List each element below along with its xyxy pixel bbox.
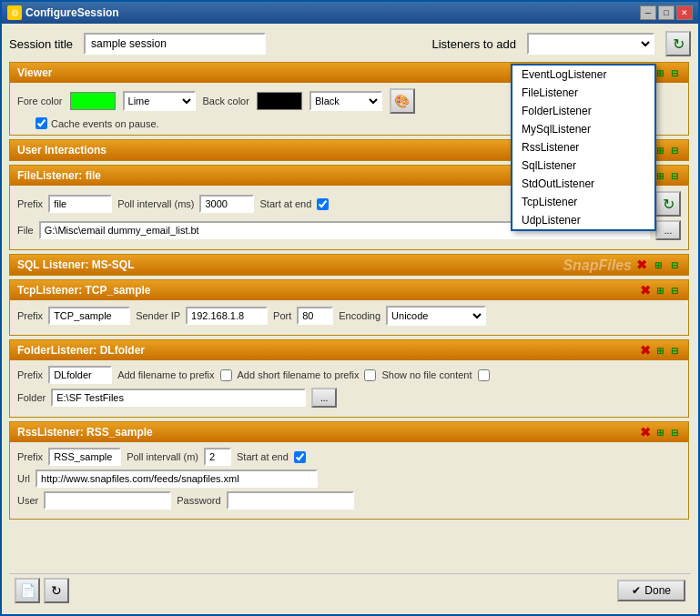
- close-button[interactable]: ✕: [676, 5, 693, 20]
- fl2-folder-label: Folder: [17, 392, 46, 403]
- rss-listener-controls: ✖ ⊞ ⊟: [639, 426, 681, 439]
- fl2-folder-input[interactable]: [51, 389, 306, 407]
- add-listener-button[interactable]: ↻: [665, 31, 691, 56]
- fl-browse-button[interactable]: ...: [655, 220, 681, 240]
- folder-listener-delete-icon[interactable]: ✖: [639, 344, 652, 357]
- dropdown-item-folder[interactable]: FolderListener: [512, 102, 654, 120]
- folder-listener-row1: Prefix Add filename to prefix Add short …: [17, 366, 681, 384]
- tcp-prefix-label: Prefix: [17, 310, 43, 321]
- fl-start-checkbox[interactable]: [317, 198, 329, 210]
- fl2-show-no-file-checkbox[interactable]: [478, 369, 490, 381]
- bottom-icon-btn-1[interactable]: 📄: [15, 578, 40, 603]
- fl-poll-label: Poll intervall (ms): [117, 198, 194, 209]
- bottom-left-buttons: 📄 ↻: [15, 578, 69, 603]
- dropdown-item-mysql[interactable]: MySqlListener: [512, 120, 654, 138]
- rss-password-input[interactable]: [227, 491, 354, 510]
- minimize-button[interactable]: ─: [640, 5, 656, 20]
- sql-listener-collapse-icon[interactable]: ⊟: [668, 258, 681, 271]
- fl-file-label: File: [17, 225, 34, 236]
- sql-listener-header: SQL Listener: MS-SQL SnapFiles ✖ ⊞ ⊟: [10, 255, 688, 275]
- tcp-sender-ip-input[interactable]: [186, 307, 268, 325]
- dropdown-item-sql[interactable]: SqlListener: [512, 157, 654, 175]
- dropdown-item-tcp[interactable]: TcpListener: [512, 193, 654, 211]
- folder-listener-section: FolderListener: DLfolder ✖ ⊞ ⊟ Prefix Ad…: [9, 339, 689, 418]
- tcp-listener-resize-icon[interactable]: ⊞: [654, 284, 666, 297]
- fl2-browse-button[interactable]: ...: [311, 388, 337, 408]
- viewer-header-controls: ⊞ ⊟: [654, 66, 681, 79]
- folder-listener-resize-icon[interactable]: ⊞: [654, 344, 666, 357]
- rss-listener-collapse-icon[interactable]: ⊟: [668, 426, 681, 439]
- rss-listener-section: RssListener: RSS_sample ✖ ⊞ ⊟ Prefix Pol…: [9, 421, 689, 520]
- session-title-label: Session title: [9, 37, 73, 51]
- sql-listener-resize-icon[interactable]: ⊞: [652, 258, 664, 271]
- fl-prefix-label: Prefix: [17, 198, 43, 209]
- back-color-label: Back color: [203, 96, 249, 106]
- viewer-settings-button[interactable]: 🎨: [390, 88, 415, 114]
- listeners-select[interactable]: [527, 33, 654, 55]
- back-color-select[interactable]: Black: [309, 91, 382, 111]
- user-interactions-label: User Interactions: [17, 144, 107, 157]
- rss-listener-row1: Prefix Poll intervall (m) Start at end: [17, 448, 681, 466]
- tcp-listener-body: Prefix Sender IP Port Encoding Unicode: [10, 300, 688, 335]
- tcp-listener-controls: ✖ ⊞ ⊟: [639, 284, 681, 297]
- session-title-input[interactable]: [84, 33, 266, 55]
- viewer-collapse-icon[interactable]: ⊟: [668, 66, 681, 79]
- title-bar-title: ConfigureSession: [25, 6, 119, 19]
- rss-poll-input[interactable]: [204, 448, 231, 466]
- rss-start-label: Start at end: [237, 451, 289, 462]
- rss-listener-row2: Url: [17, 470, 681, 488]
- fl-prefix-input[interactable]: [48, 195, 112, 213]
- fl2-prefix-input[interactable]: [48, 366, 112, 384]
- tcp-listener-header: TcpListener: TCP_sample ✖ ⊞ ⊟: [10, 280, 688, 300]
- rss-user-input[interactable]: [44, 491, 171, 510]
- title-bar-controls: ─ □ ✕: [640, 5, 693, 20]
- fore-color-box: [70, 92, 116, 110]
- cache-checkbox[interactable]: [36, 117, 47, 129]
- ui-collapse-icon[interactable]: ⊟: [668, 144, 681, 157]
- sql-listener-delete-icon[interactable]: ✖: [635, 258, 648, 271]
- fl2-add-short-checkbox[interactable]: [364, 369, 376, 381]
- folder-listener-collapse-icon[interactable]: ⊟: [668, 344, 681, 357]
- rss-listener-resize-icon[interactable]: ⊞: [654, 426, 666, 439]
- fore-color-select[interactable]: Lime: [123, 91, 196, 111]
- tcp-encoding-select[interactable]: Unicode: [386, 306, 486, 326]
- window: ⚙ ConfigureSession ─ □ ✕ Session title L…: [0, 0, 700, 616]
- folder-listener-header: FolderListener: DLfolder ✖ ⊞ ⊟: [10, 340, 688, 360]
- listeners-dropdown[interactable]: EventLogListener FileListener FolderList…: [511, 64, 656, 231]
- tcp-prefix-input[interactable]: [48, 307, 130, 325]
- fl-start-label: Start at end: [259, 198, 311, 209]
- rss-password-label: Password: [177, 495, 220, 506]
- tcp-listener-label: TcpListener: TCP_sample: [17, 284, 150, 297]
- rss-prefix-input[interactable]: [48, 448, 121, 466]
- back-color-box: [257, 92, 302, 110]
- dropdown-item-rss[interactable]: RssListener: [512, 138, 654, 157]
- fl2-prefix-label: Prefix: [17, 369, 43, 380]
- fl2-add-filename-label: Add filename to prefix: [117, 369, 214, 380]
- rss-listener-delete-icon[interactable]: ✖: [639, 426, 652, 439]
- tcp-listener-delete-icon[interactable]: ✖: [639, 284, 652, 297]
- done-button[interactable]: ✔ Done: [617, 580, 685, 601]
- rss-url-input[interactable]: [36, 470, 318, 488]
- tcp-port-input[interactable]: [297, 307, 333, 325]
- sql-listener-section: SQL Listener: MS-SQL SnapFiles ✖ ⊞ ⊟: [9, 254, 689, 276]
- fl-poll-input[interactable]: [199, 195, 254, 213]
- viewer-header-label: Viewer: [17, 66, 52, 79]
- folder-listener-label: FolderListener: DLfolder: [17, 344, 145, 357]
- tcp-sender-ip-label: Sender IP: [136, 310, 180, 321]
- dropdown-item-stdout[interactable]: StdOutListener: [512, 175, 654, 193]
- rss-start-checkbox[interactable]: [294, 451, 306, 463]
- dropdown-item-udp[interactable]: UdpListener: [512, 211, 654, 229]
- fl-reload-button[interactable]: ↻: [655, 191, 681, 217]
- rss-poll-label: Poll intervall (m): [127, 451, 198, 462]
- fl2-add-filename-checkbox[interactable]: [220, 369, 232, 381]
- rss-user-label: User: [17, 495, 38, 506]
- dropdown-item-eventlog[interactable]: EventLogListener: [512, 66, 654, 84]
- bottom-bar: 📄 ↻ ✔ Done: [9, 573, 691, 607]
- dropdown-item-file[interactable]: FileListener: [512, 84, 654, 102]
- tcp-listener-collapse-icon[interactable]: ⊟: [668, 284, 681, 297]
- file-listener-collapse-icon[interactable]: ⊟: [668, 169, 681, 182]
- bottom-icon-btn-2[interactable]: ↻: [44, 578, 69, 603]
- maximize-button[interactable]: □: [658, 5, 675, 20]
- tcp-port-label: Port: [273, 310, 291, 321]
- rss-prefix-label: Prefix: [17, 451, 43, 462]
